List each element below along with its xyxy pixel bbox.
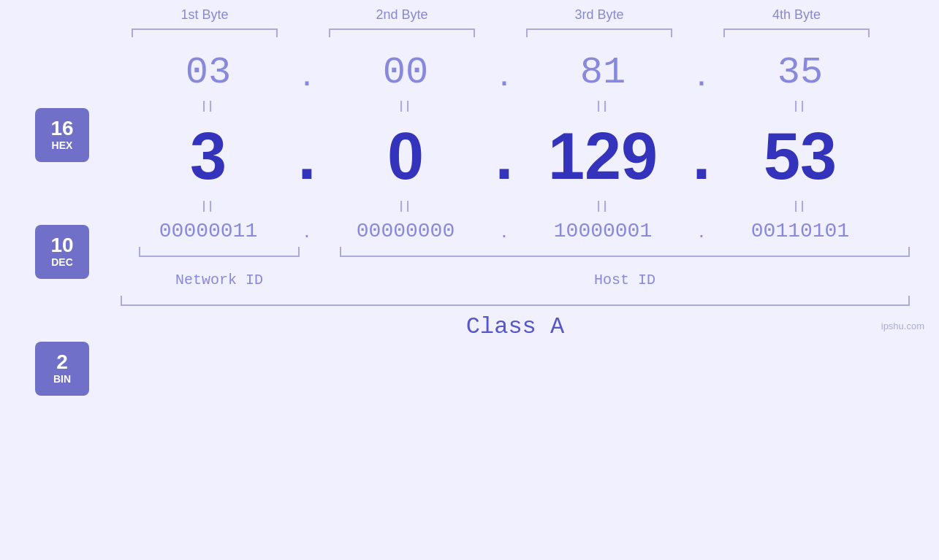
eq-1-2: II [318,94,493,119]
host-id-label: Host ID [594,257,655,288]
bin-cell-2: 00000000 [318,220,493,242]
bracket-3 [512,28,687,37]
dec-dot-1: . [296,119,318,194]
bin-dot-1: . [296,219,318,242]
hex-badge: 16 HEX [35,108,89,162]
dec-dot-2: . [493,119,515,194]
hex-dot-3: . [691,50,712,94]
eq-1-4: II [712,94,888,119]
header-2nd-byte: 2nd Byte [314,7,490,23]
hex-value-1: 03 [186,51,231,94]
dec-badge-number: 10 [50,235,73,256]
bin-dot-3: . [691,219,712,242]
dec-cell-1: 3 [121,119,296,194]
eq-2-2: II [318,194,493,219]
watermark: ipshu.com [881,321,924,331]
bin-value-2: 00000000 [357,220,455,242]
bin-cell-1: 00000011 [121,220,296,242]
dec-cell-4: 53 [712,119,888,194]
host-bracket-line [340,247,910,257]
hex-value-3: 81 [580,51,626,94]
equals-row-2: II II II II [121,194,910,219]
dec-row: 3 . 0 . 129 . 53 [121,119,910,194]
bin-cell-3: 10000001 [515,220,691,242]
hex-cell-4: 35 [712,51,888,94]
bin-dot-2: . [493,219,515,242]
bracket-line-2 [329,28,475,37]
hex-cell-3: 81 [515,51,691,94]
hex-row: 03 . 00 . 81 . 35 [121,50,910,94]
eq-1-1: II [121,94,296,119]
bin-badge-label: BIN [53,372,71,386]
id-brackets-area: Network ID Host ID [121,247,910,288]
bin-value-3: 10000001 [554,220,652,242]
hex-value-2: 00 [383,51,428,94]
network-id-label: Network ID [121,257,318,288]
dec-cell-2: 0 [318,119,493,194]
host-id-area: Host ID [340,247,910,288]
header-1st-byte: 1st Byte [117,7,292,23]
hex-badge-label: HEX [52,139,73,152]
header-4th-byte: 4th Byte [709,7,884,23]
dec-value-4: 53 [764,119,837,194]
bracket-line-1 [132,28,278,37]
eq-2-3: II [515,194,691,219]
dec-value-1: 3 [190,119,227,194]
eq-1-3: II [515,94,691,119]
bracket-line-4 [723,28,870,37]
class-bracket-line [121,296,910,306]
bracket-line-3 [526,28,672,37]
dec-badge-label: DEC [51,256,73,269]
bracket-1 [117,28,292,37]
equals-row-1: II II II II [121,94,910,119]
dec-value-3: 129 [548,119,658,194]
class-area: Class A [121,296,910,340]
network-id-area: Network ID [121,247,318,288]
dec-dot-3: . [691,119,712,194]
dec-badge: 10 DEC [35,225,89,279]
bracket-4 [709,28,884,37]
hex-cell-2: 00 [318,51,493,94]
dec-value-2: 0 [387,119,424,194]
bin-badge: 2 BIN [35,342,89,396]
class-label: Class A [121,313,910,340]
bracket-2 [314,28,490,37]
hex-dot-2: . [493,50,515,94]
eq-2-1: II [121,194,296,219]
bin-badge-number: 2 [56,352,68,372]
headers-row: 1st Byte 2nd Byte 3rd Byte 4th Byte [106,7,895,23]
eq-2-4: II [712,194,888,219]
bin-value-4: 00110101 [751,220,849,242]
bin-cell-4: 00110101 [712,220,888,242]
network-bracket-line [139,247,300,257]
bracket-lines-row [106,28,895,37]
bin-row: 00000011 . 00000000 . 10000001 . 0011010… [121,219,910,242]
hex-cell-1: 03 [121,51,296,94]
header-3rd-byte: 3rd Byte [512,7,687,23]
bin-value-1: 00000011 [159,220,257,242]
hex-dot-1: . [296,50,318,94]
main-layout: 16 HEX 10 DEC 2 BIN 1st Byte 2nd Byte 3r… [0,0,939,340]
hex-value-4: 35 [778,51,823,94]
hex-badge-number: 16 [50,118,73,139]
dec-cell-3: 129 [515,119,691,194]
